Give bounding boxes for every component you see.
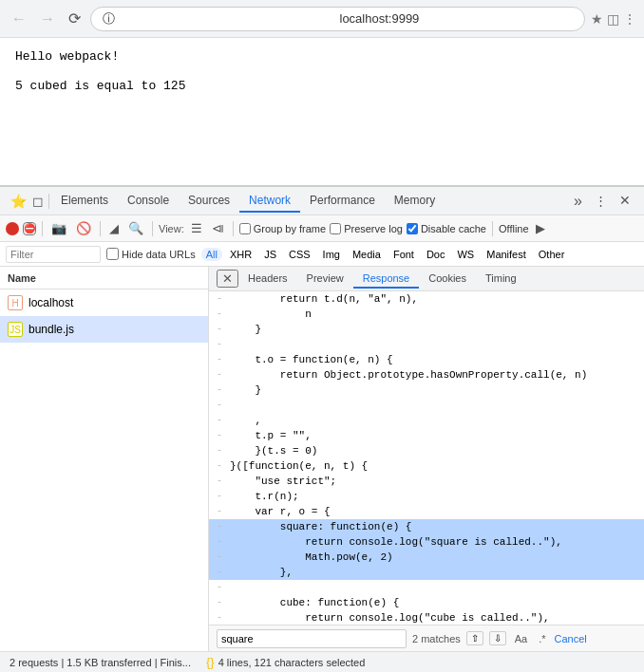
more-tabs-button[interactable]: »	[568, 193, 588, 210]
request-count: 2 requests | 1.5 KB transferred | Finis.…	[9, 657, 191, 668]
code-line: -	[209, 580, 644, 595]
code-line: - }(t.s = 0)	[209, 443, 644, 458]
code-line: - t.o = function(e, n) {	[209, 352, 644, 367]
filter-type-other[interactable]: Other	[534, 248, 570, 261]
devtools-close-button[interactable]: ✕	[614, 193, 636, 209]
preserve-log-label[interactable]: Preserve log	[330, 223, 403, 234]
filter-type-img[interactable]: Img	[318, 248, 345, 261]
camera-icon[interactable]: 📷	[48, 220, 69, 236]
file-item-localhost[interactable]: H localhost	[0, 289, 208, 316]
code-line: - }	[209, 322, 644, 337]
offline-label: Offline	[499, 223, 529, 234]
record-button[interactable]	[6, 222, 19, 235]
url-bar[interactable]: ⓘ localhost:9999	[90, 7, 585, 31]
tab-headers[interactable]: Headers	[238, 270, 297, 289]
tab-elements[interactable]: Elements	[51, 190, 118, 213]
group-by-frame-checkbox[interactable]	[239, 223, 251, 234]
cursor-icon[interactable]: ⭐	[8, 193, 29, 210]
code-line: - t.r(n);	[209, 489, 644, 504]
code-line: - return console.log("square is called..…	[209, 534, 644, 550]
search-next-button[interactable]: ⇩	[489, 631, 506, 645]
code-line: - var r, o = {	[209, 504, 644, 519]
disable-cache-checkbox[interactable]	[407, 223, 418, 234]
code-line: - t.p = "",	[209, 428, 644, 443]
devtools-panel: ⭐ ◻ Elements Console Sources Network Per…	[0, 186, 644, 672]
tab-performance[interactable]: Performance	[300, 190, 385, 213]
extensions-icon[interactable]: ◫	[607, 11, 619, 27]
regex-button[interactable]: .*	[536, 632, 548, 645]
online-icon[interactable]: ▶	[533, 220, 548, 236]
selection-info: 4 lines, 121 characters selected	[218, 657, 366, 668]
back-button[interactable]: ←	[8, 9, 30, 29]
status-icon: {}	[206, 655, 215, 669]
filter-type-manifest[interactable]: Manifest	[482, 248, 531, 261]
tab-memory[interactable]: Memory	[385, 190, 445, 213]
code-line: -	[209, 337, 644, 352]
forward-button[interactable]: →	[36, 9, 59, 29]
html-file-icon: H	[8, 295, 23, 310]
tab-timing[interactable]: Timing	[476, 270, 526, 289]
search-input[interactable]	[217, 629, 407, 648]
devtools-menu-icon[interactable]: ⋮	[592, 193, 610, 209]
tab-console[interactable]: Console	[118, 190, 179, 213]
browser-toolbar: ← → ⟳ ⓘ localhost:9999 ★ ◫ ⋮	[0, 0, 644, 38]
tab-network[interactable]: Network	[239, 190, 300, 213]
page-content: Hello webpack! 5 cubed is equal to 125	[0, 38, 644, 186]
preserve-log-checkbox[interactable]	[330, 223, 341, 234]
code-line: - n	[209, 307, 644, 322]
filter-input[interactable]	[6, 246, 101, 263]
status-bar: 2 requests | 1.5 KB transferred | Finis.…	[0, 651, 644, 672]
lock-icon: ⓘ	[103, 10, 336, 28]
code-line: - Math.pow(e, 2)	[209, 550, 644, 565]
filter-type-css[interactable]: CSS	[284, 248, 315, 261]
list-view-icon[interactable]: ☰	[188, 220, 205, 236]
grid-view-icon[interactable]: ⧏	[209, 220, 227, 236]
code-line: - "use strict";	[209, 474, 644, 489]
url-text: localhost:9999	[340, 11, 574, 26]
match-count: 2 matches	[412, 633, 461, 644]
filter-type-all[interactable]: All	[201, 248, 222, 261]
settings-icon[interactable]: ⋮	[623, 11, 636, 27]
close-response-tab-button[interactable]: ✕	[217, 270, 238, 288]
filter-icon[interactable]: ◢	[106, 220, 122, 236]
code-line: -	[209, 398, 644, 413]
hide-data-urls-label[interactable]: Hide data URLs	[106, 248, 196, 260]
case-sensitive-button[interactable]: Aa	[512, 632, 530, 645]
file-name-bundle: bundle.js	[28, 323, 74, 336]
tab-preview[interactable]: Preview	[297, 270, 353, 289]
filter-type-js[interactable]: JS	[259, 248, 281, 261]
filter-type-font[interactable]: Font	[388, 248, 419, 261]
filter-type-ws[interactable]: WS	[452, 248, 479, 261]
code-line: - cube: function(e) {	[209, 595, 644, 610]
tab-response[interactable]: Response	[353, 270, 420, 289]
reload-button[interactable]: ⟳	[65, 8, 85, 29]
hide-data-urls-checkbox[interactable]	[106, 248, 119, 260]
file-list: Name H localhost JS bundle.js	[0, 267, 209, 651]
clear-button[interactable]: ⛔	[23, 222, 36, 235]
tab-cookies[interactable]: Cookies	[419, 270, 476, 289]
file-list-header: Name	[0, 267, 208, 289]
no-entry-icon[interactable]: 🚫	[73, 220, 94, 236]
file-item-bundle[interactable]: JS bundle.js	[0, 316, 208, 343]
status-bar-right: {} 4 lines, 121 characters selected	[206, 655, 365, 669]
filter-type-xhr[interactable]: XHR	[225, 248, 256, 261]
search-icon[interactable]: 🔍	[125, 220, 146, 236]
filter-type-doc[interactable]: Doc	[422, 248, 450, 261]
code-line: - }	[209, 383, 644, 398]
star-icon[interactable]: ★	[591, 11, 603, 27]
network-main: Name H localhost JS bundle.js ✕ Headers …	[0, 267, 644, 651]
file-name-localhost: localhost	[28, 296, 73, 309]
view-label: View:	[159, 223, 184, 234]
code-line: - return console.log("cube is called..")…	[209, 610, 644, 625]
tab-sources[interactable]: Sources	[179, 190, 239, 213]
filter-type-media[interactable]: Media	[348, 248, 386, 261]
devtools-tabs: ⭐ ◻ Elements Console Sources Network Per…	[0, 187, 644, 215]
search-cancel-button[interactable]: Cancel	[555, 633, 587, 644]
browser-toolbar-right: ★ ◫ ⋮	[591, 11, 636, 27]
device-icon[interactable]: ◻	[29, 193, 47, 210]
js-file-icon: JS	[8, 322, 23, 337]
disable-cache-label[interactable]: Disable cache	[407, 223, 486, 234]
search-prev-button[interactable]: ⇧	[466, 631, 483, 645]
code-line: - return t.d(n, "a", n),	[209, 291, 644, 307]
group-by-frame-label[interactable]: Group by frame	[239, 223, 326, 234]
